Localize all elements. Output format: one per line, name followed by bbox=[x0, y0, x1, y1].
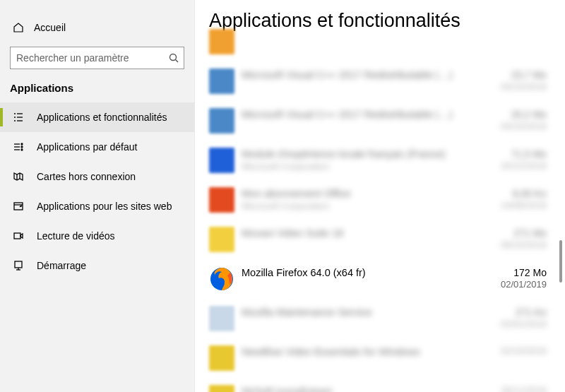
defaults-icon bbox=[13, 141, 24, 153]
app-date: 02/01/2019 bbox=[490, 319, 547, 331]
app-meta: 71,5 Mo20/12/2018 bbox=[490, 148, 547, 172]
nav-list: Applications et fonctionnalitésApplicati… bbox=[0, 102, 194, 280]
nav-item-label: Applications par défaut bbox=[37, 141, 137, 153]
app-size: 20,2 Mo bbox=[490, 108, 547, 121]
nav-item-1[interactable]: Applications par défaut bbox=[0, 132, 194, 162]
app-text: Mon abonnement OfficeMicrosoft Corporati… bbox=[242, 187, 483, 213]
nav-item-label: Démarrage bbox=[37, 260, 86, 271]
app-text: Microsoft Visual C++ 2017 Redistributabl… bbox=[242, 69, 483, 82]
app-text: Microsoft Visual C++ 2017 Redistributabl… bbox=[242, 108, 483, 121]
app-size: 71,5 Mo bbox=[490, 148, 547, 160]
app-size: 23,7 Mo bbox=[490, 69, 547, 81]
app-meta: 172 Mo02/01/2019 bbox=[490, 266, 547, 291]
app-text: NirSoft IconsExtract bbox=[242, 385, 483, 392]
nav-item-label: Cartes hors connexion bbox=[37, 171, 136, 182]
app-date: 02/01/2019 bbox=[490, 279, 547, 291]
svg-point-13 bbox=[21, 149, 23, 150]
app-row[interactable]: NirSoft IconsExtract26/11/2018 bbox=[209, 384, 547, 392]
app-name: NirSoft IconsExtract bbox=[242, 385, 483, 392]
app-date: 04/10/2018 bbox=[490, 81, 547, 93]
sidebar: Accueil Applications Applications et fon… bbox=[0, 0, 195, 392]
app-name: Microsoft Visual C++ 2017 Redistributabl… bbox=[242, 69, 483, 82]
app-text: Movavi Video Suite 18 bbox=[242, 227, 483, 240]
search-input[interactable] bbox=[10, 47, 184, 69]
map-icon bbox=[13, 171, 24, 182]
app-row[interactable]: Mozilla Firefox 64.0 (x64 fr)172 Mo02/01… bbox=[209, 265, 547, 293]
web-app-icon bbox=[13, 201, 24, 212]
app-name: Mon abonnement Office bbox=[242, 187, 483, 201]
search-wrap bbox=[10, 47, 184, 69]
app-row[interactable]: Microsoft Visual C++ 2017 Redistributabl… bbox=[209, 67, 547, 95]
svg-point-0 bbox=[170, 54, 177, 61]
nav-item-3[interactable]: Applications pour les sites web bbox=[0, 191, 194, 221]
nav-item-label: Lecture de vidéos bbox=[37, 230, 115, 242]
app-name: Mozilla Maintenance Service bbox=[242, 306, 483, 319]
nav-item-4[interactable]: Lecture de vidéos bbox=[0, 221, 194, 251]
app-row[interactable]: NewBlue Video Essentials for Windows02/1… bbox=[209, 344, 547, 372]
app-size: 8,00 Ko bbox=[490, 187, 547, 200]
video-icon bbox=[13, 230, 24, 242]
app-icon bbox=[209, 187, 234, 213]
app-row[interactable]: Movavi Video Suite 18271 Mo08/10/2018 bbox=[209, 225, 547, 254]
nav-item-2[interactable]: Cartes hors connexion bbox=[0, 162, 194, 191]
home-nav[interactable]: Accueil bbox=[0, 16, 194, 40]
app-text: Mozilla Maintenance Service bbox=[242, 306, 483, 319]
app-meta: 26/11/2018 bbox=[490, 385, 547, 392]
home-icon bbox=[13, 22, 24, 33]
app-list: Microsoft Visual C++ 2017 Redistributabl… bbox=[209, 43, 565, 392]
app-meta: 23,7 Mo04/10/2018 bbox=[490, 69, 547, 93]
app-date: 04/10/2018 bbox=[490, 121, 547, 133]
nav-item-label: Applications pour les sites web bbox=[37, 201, 172, 212]
list-icon bbox=[13, 112, 24, 123]
section-header: Applications bbox=[0, 82, 194, 102]
app-row[interactable]: Microsoft Visual C++ 2017 Redistributabl… bbox=[209, 107, 547, 135]
app-text: NewBlue Video Essentials for Windows bbox=[242, 345, 483, 359]
app-icon bbox=[209, 29, 234, 54]
scrollbar-thumb[interactable] bbox=[559, 240, 562, 283]
app-date: 26/11/2018 bbox=[490, 385, 547, 392]
startup-icon bbox=[13, 260, 24, 271]
app-icon bbox=[209, 69, 234, 94]
app-date: 02/10/2018 bbox=[490, 345, 547, 357]
app-name: Movavi Video Suite 18 bbox=[242, 227, 483, 240]
search-icon bbox=[169, 53, 179, 63]
app-row[interactable]: Mozilla Maintenance Service271 Ko02/01/2… bbox=[209, 304, 547, 333]
app-name: NewBlue Video Essentials for Windows bbox=[242, 345, 483, 359]
nav-item-5[interactable]: Démarrage bbox=[0, 251, 194, 280]
main-panel: Applications et fonctionnalités Microsof… bbox=[195, 0, 565, 392]
app-text: Module d'expérience locale français (Fra… bbox=[242, 148, 483, 173]
nav-item-label: Applications et fonctionnalités bbox=[37, 112, 167, 123]
app-meta: 20,2 Mo04/10/2018 bbox=[490, 108, 547, 133]
app-icon bbox=[209, 266, 234, 292]
app-icon bbox=[209, 385, 234, 392]
app-meta: 271 Ko02/01/2019 bbox=[490, 306, 547, 331]
app-size: 172 Mo bbox=[490, 266, 547, 279]
app-meta: 271 Mo08/10/2018 bbox=[490, 227, 547, 251]
svg-point-12 bbox=[21, 146, 23, 148]
svg-rect-20 bbox=[15, 261, 22, 268]
app-publisher: Microsoft Corporation bbox=[242, 201, 483, 213]
app-icon bbox=[209, 227, 234, 252]
app-size: 271 Ko bbox=[490, 306, 547, 319]
app-row[interactable] bbox=[209, 28, 547, 56]
app-meta: 02/10/2018 bbox=[490, 345, 547, 357]
app-name: Microsoft Visual C++ 2017 Redistributabl… bbox=[242, 108, 483, 121]
app-icon bbox=[209, 108, 234, 133]
app-publisher: Microsoft Corporation bbox=[242, 161, 483, 173]
app-date: 14/08/2018 bbox=[490, 200, 547, 212]
app-icon bbox=[209, 148, 234, 173]
nav-item-0[interactable]: Applications et fonctionnalités bbox=[0, 102, 194, 132]
home-label: Accueil bbox=[34, 22, 66, 33]
app-icon bbox=[209, 345, 234, 371]
app-name: Module d'expérience locale français (Fra… bbox=[242, 148, 483, 161]
app-date: 08/10/2018 bbox=[490, 239, 547, 251]
svg-line-1 bbox=[176, 60, 179, 63]
svg-point-11 bbox=[21, 143, 23, 145]
app-name: Mozilla Firefox 64.0 (x64 fr) bbox=[242, 266, 483, 280]
app-row[interactable]: Module d'expérience locale français (Fra… bbox=[209, 146, 547, 174]
app-row[interactable]: Mon abonnement OfficeMicrosoft Corporati… bbox=[209, 186, 547, 214]
app-meta: 8,00 Ko14/08/2018 bbox=[490, 187, 547, 212]
app-date: 20/12/2018 bbox=[490, 160, 547, 172]
svg-rect-18 bbox=[14, 233, 20, 239]
app-icon bbox=[209, 306, 234, 331]
